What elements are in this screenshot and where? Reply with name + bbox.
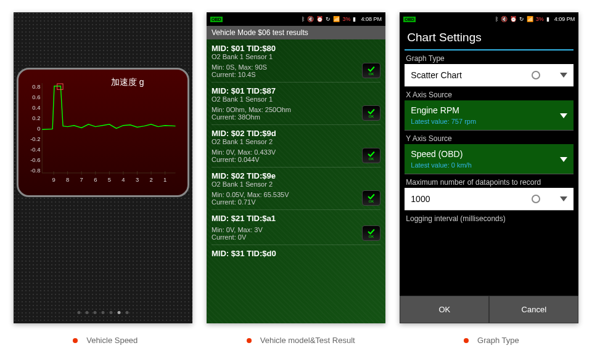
test-item[interactable]: MID: $02 TID:$9d O2 Bank 1 Sensor 2 Min:… <box>212 127 380 169</box>
caption: Vehicle Speed <box>73 336 138 345</box>
ok-text: OK <box>369 235 374 238</box>
check-icon <box>367 66 376 72</box>
bluetooth-icon: ᛒ <box>495 16 498 22</box>
svg-text:9: 9 <box>52 176 55 183</box>
test-label: MID: $01 TID:$87 <box>212 86 380 95</box>
test-item[interactable]: MID: $21 TID:$a1 Min: 0V, Max: 3V Curren… <box>212 212 380 247</box>
svg-text:4: 4 <box>121 176 125 183</box>
test-label: MID: $02 TID:$9d <box>212 129 380 138</box>
ok-badge: OK <box>362 225 380 241</box>
battery-percent: 3% <box>342 16 350 22</box>
test-current: Current: 38Ohm <box>212 113 291 121</box>
svg-text:0.8: 0.8 <box>32 83 40 90</box>
caption-text: Vehicle model&Test Result <box>260 336 355 345</box>
test-sublabel: O2 Bank 1 Sensor 1 <box>212 53 380 60</box>
clock: 4:08 PM <box>361 16 382 22</box>
phone-chart-settings: OBD ᛒ 🔇 ⏰ ↻ 📶 3% ▮ 4:09 PM Chart Setting… <box>400 12 578 323</box>
y-axis-value: Speed (OBD) <box>411 149 567 159</box>
caption-text: Vehicle Speed <box>86 336 138 345</box>
ok-text: OK <box>369 72 374 76</box>
x-axis-value: Engine RPM <box>411 105 567 115</box>
obd-indicator: OBD <box>403 17 416 22</box>
test-current: Current: 0.71V <box>212 198 289 206</box>
ok-text: OK <box>369 200 374 203</box>
y-axis-latest: Latest value: 0 km/h <box>411 161 567 169</box>
graph-type-select[interactable]: Scatter Chart <box>405 64 574 87</box>
max-datapoints-value: 1000 <box>411 194 430 204</box>
svg-text:0.2: 0.2 <box>32 115 40 121</box>
mute-icon: 🔇 <box>307 16 314 22</box>
test-results-list[interactable]: MID: $01 TID:$80 O2 Bank 1 Sensor 1 Min:… <box>207 39 385 323</box>
graph-type-label: Graph Type <box>405 51 574 64</box>
test-item[interactable]: MID: $02 TID:$9e O2 Bank 1 Sensor 2 Min:… <box>212 169 380 212</box>
acceleration-chart: 0.8 0.6 0.4 0.2 0 -0.2 -0.4 -0.6 -0.8 98… <box>25 76 181 189</box>
chevron-down-icon <box>560 73 567 78</box>
test-current: Current: 0.044V <box>212 156 276 163</box>
battery-icon: ▮ <box>353 16 356 22</box>
x-axis-select[interactable]: Engine RPM Latest value: 757 rpm <box>405 100 574 131</box>
caption: Vehicle model&Test Result <box>247 336 355 345</box>
ok-badge: OK <box>362 105 380 121</box>
test-label: MID: $01 TID:$80 <box>212 44 380 53</box>
clock: 4:09 PM <box>554 16 575 22</box>
alarm-icon: ⏰ <box>316 16 323 22</box>
test-current: Current: 10.4S <box>212 71 267 78</box>
svg-text:7: 7 <box>80 176 83 183</box>
chevron-down-icon <box>560 157 567 162</box>
test-minmax: Min: 0Ohm, Max: 250Ohm <box>212 106 291 113</box>
acceleration-chart-panel: 加速度 g 0.8 0.6 0.4 0.2 0 -0.2 -0.4 -0 <box>17 68 189 197</box>
ok-button[interactable]: OK <box>400 296 489 323</box>
sync-icon: ↻ <box>519 16 524 22</box>
svg-text:3: 3 <box>136 176 139 183</box>
alarm-icon: ⏰ <box>510 16 517 22</box>
phone-vehicle-speed: 加速度 g 0.8 0.6 0.4 0.2 0 -0.2 -0.4 -0 <box>14 12 192 323</box>
test-label: MID: $02 TID:$9e <box>212 171 380 180</box>
svg-text:8: 8 <box>66 176 69 183</box>
ok-badge: OK <box>362 190 380 206</box>
bullet-icon <box>73 338 78 343</box>
chart-title: 加速度 g <box>111 77 144 88</box>
test-sublabel: O2 Bank 1 Sensor 2 <box>212 180 380 188</box>
radio-icon <box>532 71 540 79</box>
test-item[interactable]: MID: $01 TID:$80 O2 Bank 1 Sensor 1 Min:… <box>212 42 380 84</box>
logging-interval-label: Logging interval (milliseconds) <box>405 211 574 224</box>
y-axis-select[interactable]: Speed (OBD) Latest value: 0 km/h <box>405 144 574 174</box>
test-item[interactable]: MID: $31 TID:$d0 <box>212 247 380 260</box>
svg-text:0: 0 <box>37 125 40 132</box>
test-label: MID: $31 TID:$d0 <box>212 249 380 258</box>
caption: Graph Type <box>464 336 519 345</box>
radio-icon <box>532 195 540 203</box>
cancel-button[interactable]: Cancel <box>489 296 578 323</box>
svg-text:6: 6 <box>94 176 97 183</box>
sync-icon: ↻ <box>326 16 331 22</box>
svg-text:0.6: 0.6 <box>32 94 40 100</box>
status-bar: OBD ᛒ 🔇 ⏰ ↻ 📶 3% ▮ 4:09 PM <box>400 12 578 26</box>
graph-type-value: Scatter Chart <box>411 70 461 80</box>
chevron-down-icon <box>560 113 567 118</box>
ok-badge: OK <box>362 148 380 163</box>
test-minmax: Min: 0.05V, Max: 65.535V <box>212 191 289 198</box>
svg-text:-0.6: -0.6 <box>30 156 40 163</box>
chevron-down-icon <box>560 196 567 201</box>
captions-row: Vehicle Speed Vehicle model&Test Result … <box>0 323 592 357</box>
status-bar: OBD ᛒ 🔇 ⏰ ↻ 📶 3% ▮ 4:08 PM <box>207 12 385 26</box>
signal-icon: 📶 <box>333 16 340 22</box>
signal-icon: 📶 <box>527 16 533 22</box>
bullet-icon <box>247 338 252 343</box>
test-sublabel: O2 Bank 1 Sensor 1 <box>212 95 380 103</box>
max-datapoints-select[interactable]: 1000 <box>405 188 574 211</box>
caption-text: Graph Type <box>477 336 519 345</box>
screen-title: Vehicle Mode $06 test results <box>207 26 385 39</box>
svg-text:-0.2: -0.2 <box>30 135 40 142</box>
ok-text: OK <box>369 115 374 118</box>
phone-test-results: OBD ᛒ 🔇 ⏰ ↻ 📶 3% ▮ 4:08 PM Vehicle Mode … <box>207 12 385 323</box>
dialog-title: Chart Settings <box>405 26 574 51</box>
svg-text:-0.8: -0.8 <box>30 167 40 174</box>
test-item[interactable]: MID: $01 TID:$87 O2 Bank 1 Sensor 1 Min:… <box>212 84 380 127</box>
ok-text: OK <box>369 157 374 161</box>
svg-text:2: 2 <box>149 176 152 183</box>
svg-text:0.4: 0.4 <box>32 104 40 111</box>
svg-rect-29 <box>57 84 62 89</box>
battery-percent: 3% <box>536 16 544 22</box>
bullet-icon <box>464 338 469 343</box>
